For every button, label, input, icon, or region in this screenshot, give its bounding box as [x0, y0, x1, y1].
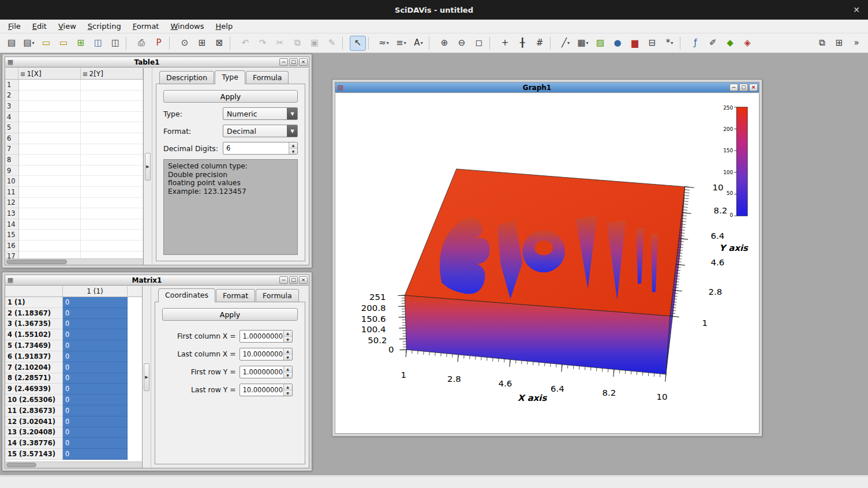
- row-header[interactable]: 9: [5, 166, 19, 177]
- table-cell[interactable]: [19, 251, 81, 259]
- matrix1-minimize-button[interactable]: −: [279, 276, 288, 284]
- matrix-column-header[interactable]: 1 (1): [63, 286, 128, 296]
- column-header[interactable]: ▦ 1[X]: [18, 68, 81, 79]
- apply-button[interactable]: Apply: [162, 308, 298, 321]
- new-table-icon[interactable]: ⊞: [194, 36, 210, 51]
- menu-scripting[interactable]: Scripting: [82, 20, 127, 32]
- save-project-icon[interactable]: ◫: [90, 36, 106, 51]
- row-header[interactable]: 14: [5, 219, 19, 230]
- table-corner-cell[interactable]: [5, 68, 18, 79]
- matrix-row-header[interactable]: 7 (2.10204): [5, 362, 63, 373]
- undo-icon[interactable]: ↶: [237, 36, 253, 51]
- zoom-out-icon[interactable]: ⊖: [454, 36, 470, 51]
- matrix-cell-selected[interactable]: 0: [63, 329, 128, 340]
- zoom-in-icon[interactable]: ⊕: [436, 36, 452, 51]
- new-aspect-icon[interactable]: ▤: [21, 36, 37, 51]
- decimal-digits-input[interactable]: 6 ▲ ▼: [223, 142, 298, 155]
- paste-icon[interactable]: ▣: [306, 36, 323, 51]
- table-cell[interactable]: [81, 112, 143, 123]
- table1-minimize-button[interactable]: −: [279, 58, 288, 66]
- matrix-cell-selected[interactable]: 0: [63, 373, 128, 384]
- lock-icon[interactable]: ⊠: [211, 36, 227, 51]
- row-header[interactable]: 16: [5, 241, 19, 251]
- add-image-icon[interactable]: ▨: [592, 36, 608, 51]
- table-cell[interactable]: [19, 122, 81, 133]
- spinner-buttons[interactable]: ▲ ▼: [283, 366, 292, 378]
- row-header[interactable]: 2: [5, 91, 19, 102]
- graph1-maximize-button[interactable]: □: [739, 84, 748, 91]
- table-cell[interactable]: [19, 101, 81, 112]
- open-template-icon[interactable]: ▭: [55, 36, 72, 51]
- table-cell[interactable]: [81, 176, 143, 187]
- table-cell[interactable]: [81, 122, 143, 133]
- matrix-cell-selected[interactable]: 0: [63, 340, 128, 351]
- coordinate-input[interactable]: 1.00000000 ▲ ▼: [240, 366, 293, 378]
- table-cell[interactable]: [19, 133, 81, 144]
- import-ascii-icon[interactable]: ⊞: [73, 36, 89, 51]
- menu-format[interactable]: Format: [127, 20, 165, 32]
- matrix-cell-selected[interactable]: 0: [63, 395, 128, 406]
- matrix-row-header[interactable]: 6 (1.91837): [5, 351, 63, 362]
- matrix-row-header[interactable]: 11 (2.83673): [5, 406, 63, 416]
- matrix1-titlebar[interactable]: ▦ Matrix1 − □ ×: [5, 275, 309, 286]
- matrix-row-header[interactable]: 3 (1.36735): [5, 319, 63, 330]
- spinner-buttons[interactable]: ▲ ▼: [283, 384, 292, 396]
- spinner-buttons[interactable]: ▲ ▼: [283, 331, 292, 342]
- project-explorer-icon[interactable]: ⊙: [177, 36, 193, 51]
- table-cell[interactable]: [81, 133, 143, 144]
- table-cell[interactable]: [81, 144, 143, 155]
- matrix-row-header[interactable]: 14 (3.38776): [5, 438, 63, 449]
- plot-curve-icon[interactable]: ≈: [376, 36, 392, 51]
- matrix-corner-cell[interactable]: [5, 286, 63, 296]
- matrix-cell-selected[interactable]: 0: [63, 297, 128, 308]
- table1-titlebar[interactable]: ▦ Table1 − □ ×: [5, 57, 309, 67]
- edit-function-icon[interactable]: ✎: [324, 36, 340, 51]
- spinner-buttons[interactable]: ▲ ▼: [283, 348, 292, 360]
- row-header[interactable]: 3: [5, 101, 19, 112]
- matrix-cell-selected[interactable]: 0: [63, 384, 128, 395]
- tab-formula[interactable]: Formula: [246, 71, 289, 85]
- row-header[interactable]: 10: [5, 176, 19, 187]
- table1-maximize-button[interactable]: □: [289, 58, 298, 66]
- matrix1-rows[interactable]: 1 (1) 0 2 (1.18367) 0 3 (1.36735) 0: [5, 297, 142, 461]
- puzzle-icon[interactable]: ◈: [739, 36, 755, 51]
- row-header[interactable]: 17: [5, 251, 19, 259]
- pointer-tool-icon[interactable]: ↖: [350, 36, 366, 51]
- plot-steps-icon[interactable]: ≡: [393, 36, 409, 51]
- row-header[interactable]: 13: [5, 208, 19, 219]
- table-cell[interactable]: [81, 230, 143, 241]
- table-cell[interactable]: [81, 208, 143, 219]
- histogram-icon[interactable]: ▆: [627, 36, 643, 51]
- tab-description[interactable]: Description: [159, 71, 214, 85]
- new-project-icon[interactable]: ▤: [3, 36, 20, 51]
- menu-file[interactable]: File: [2, 20, 27, 32]
- table-cell[interactable]: [81, 198, 143, 209]
- row-header[interactable]: 11: [5, 187, 19, 198]
- panel-collapse-button[interactable]: ▶: [144, 363, 149, 391]
- table-cell[interactable]: [19, 144, 81, 155]
- table-cell[interactable]: [81, 219, 143, 230]
- matrix-row-header[interactable]: 13 (3.20408): [5, 427, 63, 438]
- move-points-icon[interactable]: #: [532, 36, 548, 51]
- data-reader-icon[interactable]: +: [497, 36, 513, 51]
- app-close-button[interactable]: ✕: [853, 5, 860, 14]
- type-select[interactable]: Numeric ▼: [223, 107, 298, 120]
- row-header[interactable]: 4: [5, 112, 19, 123]
- table1-hscrollbar[interactable]: [5, 258, 143, 265]
- table-cell[interactable]: [81, 251, 143, 259]
- matrix-cell-selected[interactable]: 0: [63, 449, 128, 460]
- sphere-plot-icon[interactable]: ●: [609, 36, 626, 51]
- matrix-cell-selected[interactable]: 0: [63, 438, 128, 449]
- panel-collapse-button[interactable]: ▶: [145, 153, 151, 181]
- scrollbar-thumb[interactable]: [6, 463, 36, 467]
- graph1-titlebar[interactable]: ▧ Graph1 − □ ×: [335, 82, 760, 93]
- select-range-icon[interactable]: ╂: [514, 36, 530, 51]
- spin-up-icon[interactable]: ▲: [284, 348, 292, 354]
- matrix-cell-selected[interactable]: 0: [63, 406, 128, 416]
- spin-down-icon[interactable]: ▼: [284, 354, 292, 361]
- tab-formula[interactable]: Formula: [256, 289, 299, 303]
- table-cell[interactable]: [19, 80, 81, 91]
- table-cell[interactable]: [19, 176, 81, 187]
- matrix-row-header[interactable]: 15 (3.57143): [5, 449, 63, 460]
- print-icon[interactable]: ⎙: [133, 36, 149, 51]
